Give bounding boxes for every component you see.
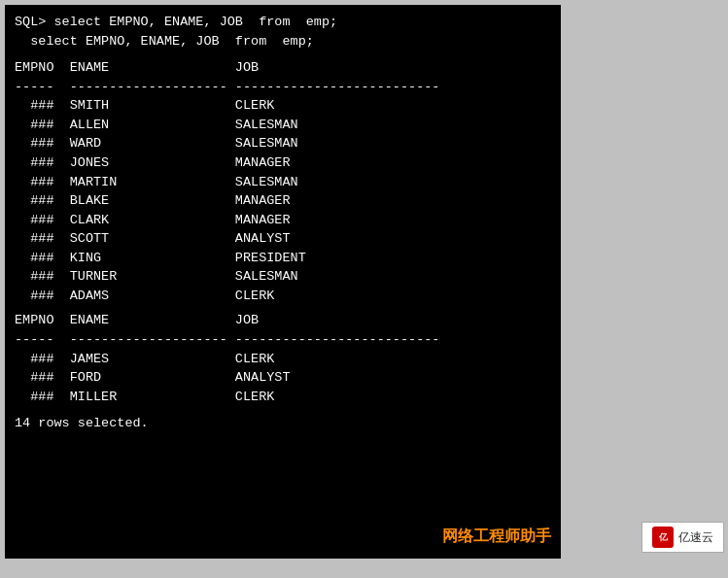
- table-row: ### MILLER CLERK: [15, 388, 551, 407]
- divider-1: ----- -------------------- -------------…: [15, 78, 551, 97]
- terminal: SQL> select EMPNO, ENAME, JOB from emp; …: [5, 5, 561, 559]
- table-row: ### SCOTT ANALYST: [15, 229, 551, 249]
- table-row: ### BLAKE MANAGER: [15, 191, 551, 211]
- data-rows-group1: ### SMITH CLERK ### ALLEN SALESMAN ### W…: [15, 96, 551, 305]
- table-row: ### JONES MANAGER: [15, 153, 551, 173]
- table-row: ### MARTIN SALESMAN: [15, 173, 551, 192]
- table-row: ### JAMES CLERK: [15, 350, 551, 369]
- data-rows-group2: ### JAMES CLERK ### FORD ANALYST ### MIL…: [15, 350, 551, 407]
- sql-line-1: SQL> select EMPNO, ENAME, JOB from emp;: [15, 13, 551, 32]
- table-row: ### FORD ANALYST: [15, 368, 551, 388]
- table-row: ### SMITH CLERK: [15, 96, 551, 116]
- table-row: ### ALLEN SALESMAN: [15, 116, 551, 135]
- table-row: ### WARD SALESMAN: [15, 134, 551, 153]
- watermark: 网络工程师助手: [442, 525, 551, 547]
- table-row: ### TURNER SALESMAN: [15, 267, 551, 287]
- divider-2: ----- -------------------- -------------…: [15, 330, 551, 350]
- column-header-2: EMPNO ENAME JOB: [15, 311, 551, 330]
- table-row: ### ADAMS CLERK: [15, 287, 551, 306]
- table-row: ### KING PRESIDENT: [15, 249, 551, 268]
- brand-label: 亿速云: [678, 529, 713, 546]
- sql-line-2: select EMPNO, ENAME, JOB from emp;: [15, 32, 551, 51]
- brand-icon: 亿: [652, 527, 674, 548]
- right-panel: 亿 亿速云: [566, 5, 728, 559]
- table-row: ### CLARK MANAGER: [15, 211, 551, 230]
- brand-badge: 亿 亿速云: [641, 522, 724, 553]
- column-header-1: EMPNO ENAME JOB: [15, 58, 551, 78]
- footer-text: 14 rows selected.: [15, 414, 551, 433]
